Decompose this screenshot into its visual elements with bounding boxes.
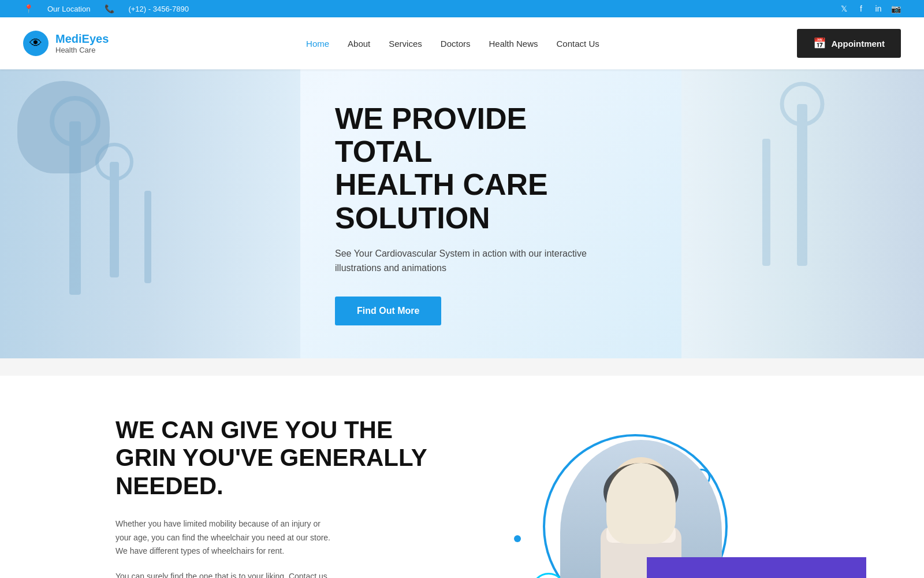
svg-rect-7 xyxy=(762,139,770,266)
section2-left: WE CAN GIVE YOU THE GRIN YOU'VE GENERALL… xyxy=(116,416,474,578)
nav-services[interactable]: Services xyxy=(381,34,430,53)
top-bar-right: 𝕏 f in 📷 xyxy=(839,3,901,14)
nav-about[interactable]: About xyxy=(340,34,378,53)
svg-rect-11 xyxy=(606,525,676,543)
nav-doctors[interactable]: Doctors xyxy=(433,34,479,53)
section2-right: + Visual Editor & SEO Tools xyxy=(508,423,866,578)
logo-text: MediEyes Health Care xyxy=(55,32,109,54)
section2-title: WE CAN GIVE YOU THE GRIN YOU'VE GENERALL… xyxy=(116,416,474,500)
top-bar-left: 📍 Our Location 📞 (+12) - 3456-7890 xyxy=(23,3,189,14)
hero-subtitle: See Your Cardiovascular System in action… xyxy=(335,246,612,276)
hero-left-image xyxy=(0,69,300,358)
svg-rect-0 xyxy=(69,121,81,295)
svg-rect-4 xyxy=(144,191,151,283)
hero-section: WE PROVIDE TOTAL HEALTH CARE SOLUTION Se… xyxy=(0,69,924,358)
location-icon: 📍 xyxy=(23,3,33,14)
section2-title-line3: NEEDED. xyxy=(116,472,223,499)
hero-content: WE PROVIDE TOTAL HEALTH CARE SOLUTION Se… xyxy=(300,102,647,325)
section2-body1: Whether you have limited mobility becaus… xyxy=(116,517,335,558)
hero-title: WE PROVIDE TOTAL HEALTH CARE SOLUTION xyxy=(335,102,612,235)
svg-point-8 xyxy=(609,457,673,527)
section2-body2: You can surely find the one that is to y… xyxy=(116,570,335,578)
section2-title-line1: WE CAN GIVE YOU THE xyxy=(116,416,393,443)
logo: MediEyes Health Care xyxy=(23,31,109,56)
nav-home[interactable]: Home xyxy=(298,34,337,53)
section-divider xyxy=(0,358,924,376)
nav-contact-us[interactable]: Contact Us xyxy=(549,34,608,53)
hero-right-image xyxy=(681,69,924,358)
top-bar: 📍 Our Location 📞 (+12) - 3456-7890 𝕏 f i… xyxy=(0,0,924,17)
visual-editor-overlay: + Visual Editor & SEO Tools xyxy=(647,557,866,578)
location-text: Our Location xyxy=(47,5,90,13)
appointment-button[interactable]: 📅 Appointment xyxy=(797,29,901,58)
section2: WE CAN GIVE YOU THE GRIN YOU'VE GENERALL… xyxy=(0,376,924,578)
calendar-icon: 📅 xyxy=(813,37,826,50)
nav-health-news[interactable]: Health News xyxy=(480,34,546,53)
logo-subtitle: Health Care xyxy=(55,46,109,54)
logo-icon xyxy=(23,31,49,56)
section2-title-line2: GRIN YOU'VE GENERALLY xyxy=(116,444,427,471)
main-nav: Home About Services Doctors Health News … xyxy=(298,34,608,53)
visual-editor-text: + Visual Editor & SEO Tools xyxy=(668,575,845,578)
instagram-icon[interactable]: 📷 xyxy=(891,3,901,14)
svg-rect-5 xyxy=(797,104,807,266)
phone-icon: 📞 xyxy=(104,3,114,14)
linkedin-icon[interactable]: in xyxy=(873,3,884,14)
hero-title-line2: HEALTH CARE SOLUTION xyxy=(335,168,548,234)
hero-title-line1: WE PROVIDE TOTAL xyxy=(335,102,527,168)
phone-text: (+12) - 3456-7890 xyxy=(128,5,188,13)
logo-brand: MediEyes xyxy=(55,32,109,46)
twitter-icon[interactable]: 𝕏 xyxy=(839,3,849,14)
find-out-more-button[interactable]: Find Out More xyxy=(335,297,441,325)
appointment-label: Appointment xyxy=(832,39,885,49)
facebook-icon[interactable]: f xyxy=(856,3,866,14)
dot-accent xyxy=(514,535,521,542)
header: MediEyes Health Care Home About Services… xyxy=(0,17,924,69)
svg-point-9 xyxy=(603,463,679,521)
